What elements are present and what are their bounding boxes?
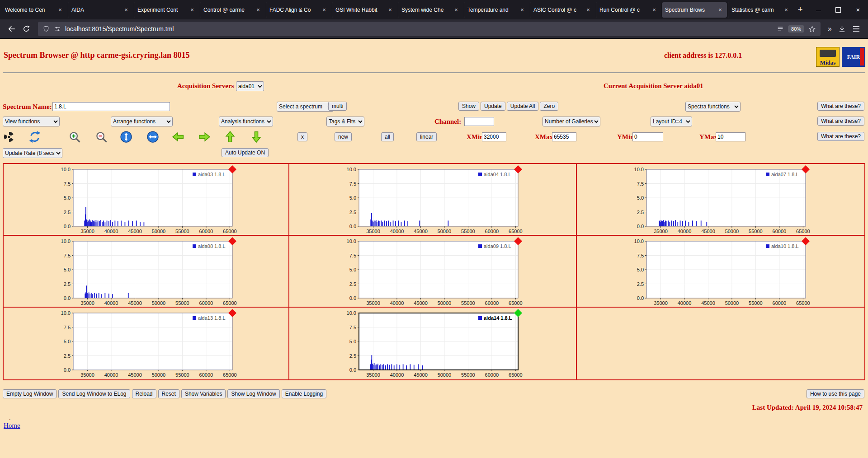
update-all-button[interactable]: Update All <box>507 102 539 111</box>
tab-close-button[interactable]: × <box>585 6 592 13</box>
gallery-aida09[interactable]: 350004000045000500005500060000650000.02.… <box>289 236 577 308</box>
ymin-input[interactable] <box>632 132 663 141</box>
new-tab-button[interactable]: + <box>793 3 807 17</box>
zoom-in-icon <box>68 130 81 144</box>
update-rate-dropdown[interactable]: Update Rate (8 secs) <box>3 148 62 158</box>
tab-close-button[interactable]: × <box>387 6 394 13</box>
xmin-input[interactable] <box>482 132 506 141</box>
svg-text:40000: 40000 <box>104 372 118 378</box>
browser-tab[interactable]: GSI White Rabbit× <box>332 2 397 18</box>
what-are-these-button-1[interactable]: What are these? <box>817 102 864 111</box>
reload-button[interactable] <box>19 22 33 36</box>
scroll-up-button[interactable] <box>223 130 237 144</box>
footer-show-log-window-button[interactable]: Show Log Window <box>227 389 279 398</box>
tab-close-button[interactable]: × <box>321 6 328 13</box>
layout-id-dropdown[interactable]: Layout ID=4 <box>651 117 692 126</box>
legend-label: aida14 1.8.L <box>484 315 512 321</box>
maximize-button[interactable] <box>828 0 848 19</box>
gallery-aida04[interactable]: 350004000045000500005500060000650000.02.… <box>289 164 577 236</box>
browser-tab[interactable]: AIDA× <box>68 2 133 18</box>
browser-tab[interactable]: Run Control @ c× <box>596 2 661 18</box>
tab-close-button[interactable]: × <box>453 6 460 13</box>
tab-close-button[interactable]: × <box>783 6 790 13</box>
app-menu-button[interactable] <box>849 22 863 36</box>
number-of-galleries-dropdown[interactable]: Number of Galleries <box>542 117 600 126</box>
linear-button[interactable]: linear <box>416 132 437 141</box>
gallery-aida13[interactable]: 350004000045000500005500060000650000.02.… <box>4 308 289 379</box>
footer-reload-button[interactable]: Reload <box>132 389 156 398</box>
minimize-button[interactable] <box>808 0 828 19</box>
close-window-button[interactable]: × <box>848 0 868 19</box>
new-button[interactable]: new <box>335 132 352 141</box>
tags-fits-dropdown[interactable]: Tags & Fits <box>326 117 364 126</box>
back-button[interactable] <box>5 22 19 36</box>
browser-tab[interactable]: Temperature and× <box>464 2 529 18</box>
what-are-these-button-3[interactable]: What are these? <box>817 132 864 141</box>
tab-close-button[interactable]: × <box>57 6 64 13</box>
what-are-these-button-2[interactable]: What are these? <box>817 117 864 126</box>
select-spectrum-dropdown[interactable]: Select a spectrum <box>277 102 334 112</box>
scroll-down-button[interactable] <box>250 130 263 144</box>
unzoom-y-button[interactable] <box>119 130 133 144</box>
auto-update-button[interactable]: Auto Update ON <box>222 148 269 157</box>
gallery-aida10[interactable]: 350004000045000500005500060000650000.02.… <box>577 236 864 308</box>
spectra-functions-dropdown[interactable]: Spectra functions <box>685 102 741 112</box>
browser-tab[interactable]: System wide Che× <box>398 2 463 18</box>
show-button[interactable]: Show <box>458 102 479 111</box>
gallery-aida07[interactable]: 350004000045000500005500060000650000.02.… <box>577 164 864 236</box>
all-button[interactable]: all <box>381 132 394 141</box>
gallery-aida03[interactable]: 350004000045000500005500060000650000.02.… <box>4 164 289 236</box>
tab-close-button[interactable]: × <box>651 6 658 13</box>
address-bar[interactable]: localhost:8015/Spectrum/Spectrum.tml 80% <box>38 22 821 36</box>
ymax-input[interactable] <box>716 132 745 141</box>
zoom-level-badge[interactable]: 80% <box>788 25 804 33</box>
home-link[interactable]: Home <box>4 422 20 430</box>
gallery-aida08[interactable]: 350004000045000500005500060000650000.02.… <box>4 236 289 308</box>
tab-close-button[interactable]: × <box>519 6 526 13</box>
svg-text:55000: 55000 <box>749 300 763 306</box>
gallery-aida14[interactable]: 350004000045000500005500060000650000.02.… <box>289 308 577 379</box>
browser-tab[interactable]: Statistics @ carm× <box>728 2 793 18</box>
tab-close-button[interactable]: × <box>717 6 724 13</box>
tab-title: Welcome to Cen <box>5 7 57 13</box>
reader-mode-icon[interactable] <box>777 25 784 33</box>
browser-tab[interactable]: Experiment Cont× <box>134 2 199 18</box>
footer-show-variables-button[interactable]: Show Variables <box>181 389 226 398</box>
scroll-left-button[interactable] <box>171 130 185 144</box>
browser-tab[interactable]: FADC Align & Co× <box>266 2 331 18</box>
tab-close-button[interactable]: × <box>189 6 196 13</box>
svg-text:7.5: 7.5 <box>349 325 356 330</box>
scroll-right-button[interactable] <box>198 130 211 144</box>
footer-enable-logging-button[interactable]: Enable Logging <box>282 389 326 398</box>
browser-tab[interactable]: Spectrum Brows× <box>662 2 727 18</box>
zoom-out-button[interactable] <box>94 130 108 144</box>
multi-button[interactable]: multi <box>328 102 347 111</box>
tab-close-button[interactable]: × <box>255 6 262 13</box>
bookmark-star-icon[interactable] <box>808 25 816 33</box>
view-functions-dropdown[interactable]: View functions <box>3 117 60 126</box>
footer-empty-log-window-button[interactable]: Empty Log Window <box>3 389 57 398</box>
refresh-spectra-button[interactable] <box>28 130 42 144</box>
browser-tab[interactable]: Welcome to Cen× <box>2 2 67 18</box>
footer-reset-button[interactable]: Reset <box>158 389 179 398</box>
fair-logo-text: FAIR <box>847 54 860 61</box>
spectrum-name-input[interactable] <box>52 102 170 111</box>
acquisition-server-select[interactable]: aida01 <box>236 81 264 91</box>
unzoom-x-button[interactable] <box>146 130 160 144</box>
overflow-menu-button[interactable]: » <box>825 25 835 33</box>
radiation-button[interactable] <box>2 130 16 144</box>
zoom-in-button[interactable] <box>68 130 81 144</box>
footer-send-log-window-to-elog-button[interactable]: Send Log Window to ELog <box>58 389 130 398</box>
browser-tab[interactable]: ASIC Control @ c× <box>530 2 595 18</box>
xmax-input[interactable] <box>552 132 576 141</box>
channel-input[interactable] <box>464 117 494 126</box>
browser-tab[interactable]: Control @ carme× <box>200 2 265 18</box>
analysis-functions-dropdown[interactable]: Analysis functions <box>219 117 273 126</box>
x-axis-button[interactable]: x <box>297 132 307 141</box>
arrange-functions-dropdown[interactable]: Arrange functions <box>111 117 173 126</box>
tab-close-button[interactable]: × <box>123 6 130 13</box>
downloads-button[interactable] <box>835 22 849 36</box>
how-to-use-button[interactable]: How to use this page <box>807 389 864 398</box>
zero-button[interactable]: Zero <box>540 102 558 111</box>
update-button[interactable]: Update <box>481 102 505 111</box>
